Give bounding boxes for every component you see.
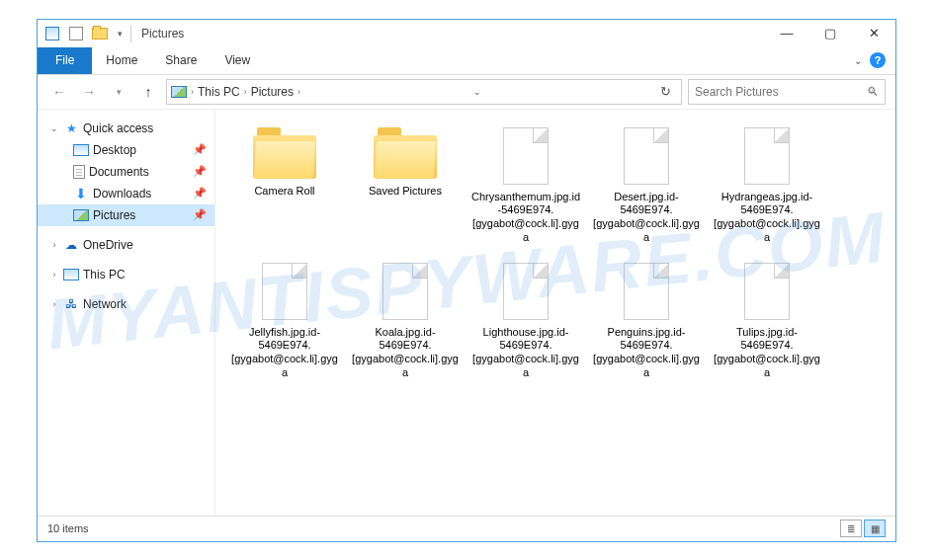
tree-desktop[interactable]: Desktop 📌 xyxy=(38,139,214,161)
address-bar[interactable]: › This PC › Pictures › ⌄ ↻ xyxy=(166,79,682,105)
chevron-right-icon: › xyxy=(297,87,300,97)
tree-downloads[interactable]: ⬇ Downloads 📌 xyxy=(38,183,214,204)
star-icon: ★ xyxy=(63,121,79,135)
search-box[interactable]: 🔍︎ xyxy=(688,79,886,105)
desktop-icon xyxy=(73,144,89,156)
up-button[interactable]: ↑ xyxy=(136,80,160,104)
refresh-button[interactable]: ↻ xyxy=(654,84,677,99)
ribbon-tab-home[interactable]: Home xyxy=(92,47,151,74)
tree-label: Pictures xyxy=(93,208,135,222)
ribbon-tab-view[interactable]: View xyxy=(211,47,264,74)
qat-new-folder[interactable] xyxy=(89,23,111,44)
item-label: Saved Pictures xyxy=(369,185,442,199)
tree-label: Desktop xyxy=(93,143,136,157)
ribbon-tab-file[interactable]: File xyxy=(38,47,92,74)
breadcrumb-pictures[interactable]: Pictures xyxy=(251,85,294,99)
expand-icon[interactable]: › xyxy=(49,299,59,309)
file-icon xyxy=(624,263,669,320)
item-label: Camera Roll xyxy=(254,185,314,199)
minimize-button[interactable]: — xyxy=(765,20,808,47)
chevron-right-icon: › xyxy=(244,87,247,97)
qat-properties[interactable] xyxy=(65,23,87,44)
item-label: Chrysanthemum.jpg.id-5469E974.[gygabot@c… xyxy=(470,191,581,245)
recent-locations-button[interactable]: ▾ xyxy=(107,80,130,104)
view-icons-button[interactable]: ▦ xyxy=(864,520,886,537)
item-label: Penguins.jpg.id-5469E974.[gygabot@cock.l… xyxy=(591,326,702,380)
chevron-right-icon: › xyxy=(191,87,194,97)
search-input[interactable] xyxy=(695,85,867,99)
file-icon xyxy=(262,263,307,320)
tree-label: Downloads xyxy=(93,187,151,200)
file-item[interactable]: Koala.jpg.id-5469E974.[gygabot@cock.li].… xyxy=(346,259,465,384)
breadcrumb-this-pc[interactable]: This PC xyxy=(198,85,240,99)
file-icon xyxy=(744,127,790,185)
tree-network[interactable]: › 🖧 Network xyxy=(38,293,214,315)
file-item[interactable]: Lighthouse.jpg.id-5469E974.[gygabot@cock… xyxy=(466,259,585,384)
pin-icon: 📌 xyxy=(193,208,207,221)
window-title: Pictures xyxy=(141,27,184,40)
file-icon xyxy=(744,263,790,320)
quick-access-toolbar: ▾ xyxy=(42,23,127,44)
item-label: Jellyfish.jpg.id-5469E974.[gygabot@cock.… xyxy=(229,326,340,380)
status-bar: 10 items ≣ ▦ xyxy=(38,516,895,541)
ribbon-expand-icon[interactable]: ⌄ xyxy=(854,55,862,66)
file-item[interactable]: Penguins.jpg.id-5469E974.[gygabot@cock.l… xyxy=(587,259,706,384)
folder-icon xyxy=(374,127,437,179)
file-icon xyxy=(503,127,549,185)
pin-icon: 📌 xyxy=(193,143,207,156)
explorer-icon xyxy=(42,23,63,44)
file-item[interactable]: Hydrangeas.jpg.id-5469E974.[gygabot@cock… xyxy=(708,123,826,249)
location-icon xyxy=(171,86,187,98)
address-dropdown[interactable]: ⌄ xyxy=(467,87,487,97)
item-count: 10 items xyxy=(47,522,89,534)
file-item[interactable]: Tulips.jpg.id-5469E974.[gygabot@cock.li]… xyxy=(708,259,826,384)
tree-quick-access[interactable]: ⌄ ★ Quick access xyxy=(38,118,214,139)
tree-documents[interactable]: Documents 📌 xyxy=(38,161,214,183)
collapse-icon[interactable]: ⌄ xyxy=(49,123,59,133)
file-icon xyxy=(624,127,669,185)
tree-this-pc[interactable]: › This PC xyxy=(38,264,214,285)
expand-icon[interactable]: › xyxy=(49,240,59,250)
item-label: Desert.jpg.id-5469E974.[gygabot@cock.li]… xyxy=(591,191,702,245)
file-item[interactable]: Desert.jpg.id-5469E974.[gygabot@cock.li]… xyxy=(587,123,706,249)
pictures-icon xyxy=(73,209,89,221)
explorer-window: ▾ Pictures — ▢ ✕ File Home Share View ⌄ … xyxy=(37,19,896,542)
item-label: Hydrangeas.jpg.id-5469E974.[gygabot@cock… xyxy=(712,191,822,245)
network-icon: 🖧 xyxy=(63,297,79,311)
monitor-icon xyxy=(63,269,79,280)
tree-onedrive[interactable]: › ☁ OneDrive xyxy=(38,234,214,256)
item-label: Tulips.jpg.id-5469E974.[gygabot@cock.li]… xyxy=(712,326,822,380)
close-button[interactable]: ✕ xyxy=(852,20,895,47)
folder-icon xyxy=(253,127,316,179)
view-details-button[interactable]: ≣ xyxy=(840,520,862,537)
item-label: Koala.jpg.id-5469E974.[gygabot@cock.li].… xyxy=(350,326,461,380)
title-bar: ▾ Pictures — ▢ ✕ xyxy=(38,20,895,47)
items-view[interactable]: Camera RollSaved PicturesChrysanthemum.j… xyxy=(215,110,895,516)
tree-label: Documents xyxy=(89,165,149,179)
file-item[interactable]: Chrysanthemum.jpg.id-5469E974.[gygabot@c… xyxy=(466,123,585,249)
ribbon-tabs: File Home Share View ⌄ ? xyxy=(38,47,895,75)
ribbon-tab-share[interactable]: Share xyxy=(151,47,211,74)
expand-icon[interactable]: › xyxy=(49,270,59,280)
pin-icon: 📌 xyxy=(193,187,207,200)
file-item[interactable]: Jellyfish.jpg.id-5469E974.[gygabot@cock.… xyxy=(225,259,344,384)
tree-label: Quick access xyxy=(83,121,153,135)
qat-dropdown[interactable]: ▾ xyxy=(113,23,127,44)
file-icon xyxy=(503,263,549,320)
tree-pictures[interactable]: Pictures 📌 xyxy=(38,204,214,226)
folder-item[interactable]: Camera Roll xyxy=(225,123,344,249)
tree-label: This PC xyxy=(83,268,126,281)
search-icon: 🔍︎ xyxy=(867,85,879,99)
maximize-button[interactable]: ▢ xyxy=(808,20,852,47)
item-label: Lighthouse.jpg.id-5469E974.[gygabot@cock… xyxy=(470,326,581,380)
document-icon xyxy=(73,165,85,179)
navigation-bar: ← → ▾ ↑ › This PC › Pictures › ⌄ ↻ 🔍︎ xyxy=(38,75,895,109)
help-icon[interactable]: ? xyxy=(870,52,886,68)
pin-icon: 📌 xyxy=(193,165,207,178)
folder-item[interactable]: Saved Pictures xyxy=(346,123,465,249)
tree-label: OneDrive xyxy=(83,238,133,252)
back-button[interactable]: ← xyxy=(47,80,71,104)
forward-button[interactable]: → xyxy=(77,80,101,104)
file-icon xyxy=(382,263,428,320)
download-icon: ⬇ xyxy=(73,187,89,200)
